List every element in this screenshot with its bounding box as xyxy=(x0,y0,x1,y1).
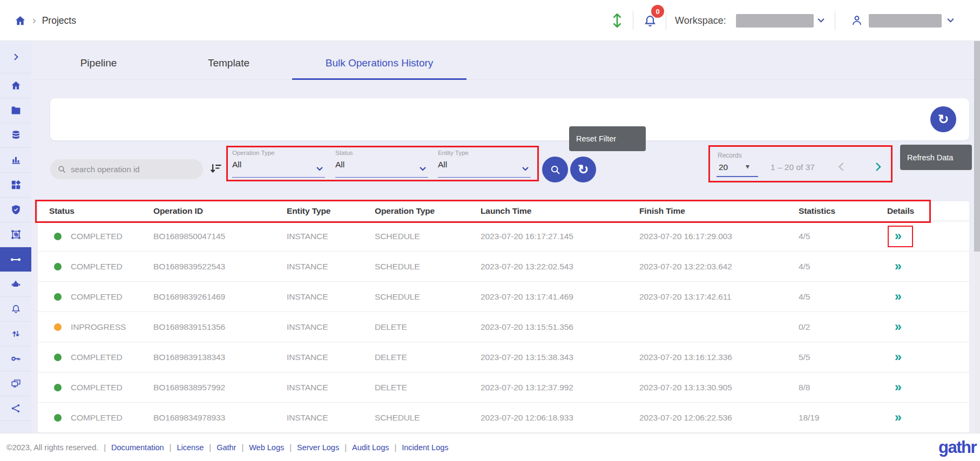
refresh-data-button[interactable]: ↻ xyxy=(930,106,956,132)
sidebar-item-projects[interactable] xyxy=(0,98,31,123)
sort-button[interactable] xyxy=(208,161,223,177)
finish-time-cell: 2023-07-20 13:17:42.611 xyxy=(639,292,799,302)
entity-type-select[interactable]: Entity Type All xyxy=(438,150,531,178)
notification-count-badge[interactable]: 0 xyxy=(651,5,664,18)
operation-type-cell: SCHEDULE xyxy=(375,413,481,423)
breadcrumb: › Projects xyxy=(14,0,76,41)
footer-link-incident-logs[interactable]: Incident Logs xyxy=(389,443,449,452)
operation-type-cell: SCHEDULE xyxy=(375,232,481,241)
entity-type-cell: INSTANCE xyxy=(287,383,375,392)
sidebar-item-analytics[interactable] xyxy=(0,148,31,173)
sort-descending-icon xyxy=(208,161,222,175)
tab-bulk-operations-history[interactable]: Bulk Operations History xyxy=(292,48,467,79)
gathr-logo: gathr xyxy=(938,438,976,457)
launch-time-cell: 2023-07-20 13:17:41.469 xyxy=(481,292,639,302)
previous-page-button[interactable] xyxy=(835,160,849,174)
vertical-scrollbar-track[interactable] xyxy=(974,41,980,433)
status-text: COMPLETED xyxy=(71,352,123,362)
details-button[interactable]: » xyxy=(887,381,901,394)
operation-type-value: All xyxy=(232,160,325,170)
username-redacted-value[interactable] xyxy=(869,14,942,28)
search-icon xyxy=(550,164,561,175)
search-operation-id-input[interactable] xyxy=(71,165,196,174)
filter-card: ↻ xyxy=(50,98,969,140)
details-button[interactable]: » xyxy=(887,351,901,363)
operation-type-label: Operation Type xyxy=(232,150,325,156)
status-text: COMPLETED xyxy=(71,262,123,272)
reset-filter-button[interactable]: ↻ xyxy=(570,157,596,182)
scale-up-down-icon[interactable] xyxy=(608,11,626,30)
apply-search-button[interactable] xyxy=(542,157,568,182)
column-header-entity-type: Entity Type xyxy=(287,206,375,216)
status-dot xyxy=(54,384,62,391)
operation-type-cell: DELETE xyxy=(375,383,481,392)
tab-pipeline[interactable]: Pipeline xyxy=(54,48,143,79)
table-row: COMPLETED BO1689839522543 INSTANCE SCHED… xyxy=(38,252,969,282)
launch-time-cell: 2023-07-20 13:12:37.992 xyxy=(481,383,639,392)
vertical-scrollbar-thumb[interactable] xyxy=(974,41,980,252)
sidebar-item-import-export[interactable] xyxy=(0,322,31,347)
operation-id-cell: BO1689850047145 xyxy=(153,232,287,241)
sidebar-item-workspace-frame[interactable] xyxy=(0,222,31,247)
header-divider xyxy=(633,11,633,30)
status-select[interactable]: Status All xyxy=(335,150,428,178)
workspace-chevron-down-icon[interactable] xyxy=(817,17,825,24)
operation-type-select[interactable]: Operation Type All xyxy=(232,150,325,178)
operation-id-cell: BO1689839261469 xyxy=(153,292,287,302)
footer-link-audit-logs[interactable]: Audit Logs xyxy=(339,443,389,452)
statistics-cell: 4/5 xyxy=(799,262,887,272)
key-icon xyxy=(10,353,22,364)
refresh-data-tooltip: Refresh Data xyxy=(900,145,972,170)
bell-icon xyxy=(10,303,22,315)
operation-id-cell: BO1689839522543 xyxy=(153,262,287,272)
footer-link-documentation[interactable]: Documentation xyxy=(98,443,164,452)
footer-link-license[interactable]: License xyxy=(164,443,204,452)
entity-type-label: Entity Type xyxy=(438,150,531,156)
shield-check-icon xyxy=(10,204,22,215)
sidebar-item-data-sources[interactable] xyxy=(0,123,31,148)
chevron-left-icon xyxy=(835,160,848,173)
details-button[interactable]: » xyxy=(887,230,901,242)
table-row: COMPLETED BO1689838957992 INSTANCE DELET… xyxy=(38,372,969,403)
finish-time-cell: 2023-07-20 13:16:12.336 xyxy=(639,352,799,362)
breadcrumb-current[interactable]: Projects xyxy=(42,15,76,26)
sidebar-item-share[interactable] xyxy=(0,396,31,421)
operation-type-cell: SCHEDULE xyxy=(375,292,481,302)
sidebar-item-bulk-operations[interactable] xyxy=(0,247,31,272)
finish-time-cell: 2023-07-20 13:13:30.905 xyxy=(639,383,799,392)
sidebar-item-monitoring[interactable] xyxy=(0,371,31,396)
status-label: Status xyxy=(335,150,428,156)
user-chevron-down-icon[interactable] xyxy=(947,17,955,24)
records-per-page-select[interactable]: 20 xyxy=(719,162,728,172)
footer-link-gathr[interactable]: Gathr xyxy=(204,443,236,452)
sidebar-item-keys[interactable] xyxy=(0,347,31,371)
footer-link-server-logs[interactable]: Server Logs xyxy=(284,443,339,452)
sidebar-item-engines[interactable] xyxy=(0,272,31,297)
footer-link-web-logs[interactable]: Web Logs xyxy=(236,443,284,452)
header-divider xyxy=(666,11,666,30)
engine-icon xyxy=(10,279,22,290)
next-page-button[interactable] xyxy=(871,160,885,174)
statistics-cell: 4/5 xyxy=(799,232,887,241)
details-button[interactable]: » xyxy=(887,290,901,303)
bulk-operations-table: Status Operation ID Entity Type Operatio… xyxy=(38,201,969,433)
breadcrumb-separator-icon: › xyxy=(32,14,36,26)
copyright-text: ©2023, All rights reserved. xyxy=(6,443,98,452)
sidebar-item-alerts[interactable] xyxy=(0,297,31,322)
records-caret-icon[interactable]: ▾ xyxy=(746,162,749,171)
home-icon[interactable] xyxy=(14,15,26,27)
details-button[interactable]: » xyxy=(887,411,901,424)
user-profile-icon[interactable] xyxy=(850,13,864,28)
details-button[interactable]: » xyxy=(887,321,901,333)
tab-template[interactable]: Template xyxy=(181,48,276,79)
workspace-label: Workspace: xyxy=(675,0,726,41)
sidebar-item-home[interactable] xyxy=(0,73,31,98)
sidebar-expand-toggle[interactable] xyxy=(0,41,31,73)
workspace-redacted-value[interactable] xyxy=(736,14,814,28)
status-text: COMPLETED xyxy=(71,292,123,302)
sidebar-item-components[interactable] xyxy=(0,173,31,198)
share-icon xyxy=(10,403,22,414)
left-sidebar xyxy=(0,41,31,433)
details-button[interactable]: » xyxy=(887,260,901,273)
sidebar-item-security[interactable] xyxy=(0,198,31,222)
